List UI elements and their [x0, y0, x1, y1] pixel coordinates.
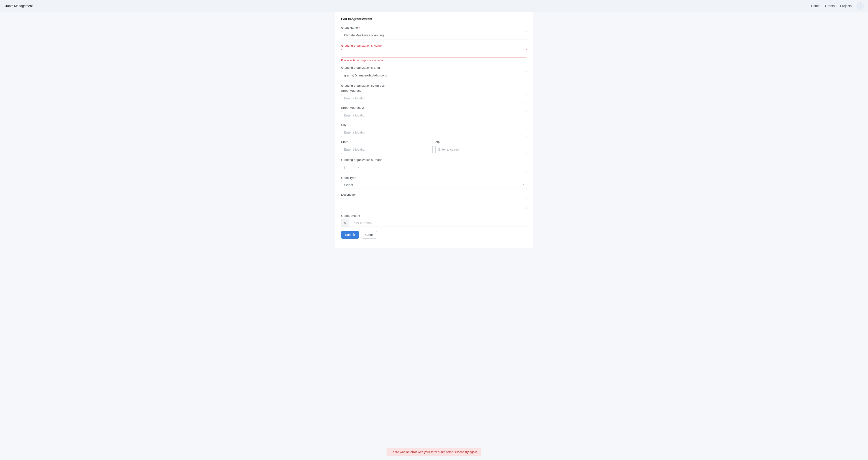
zip-input[interactable] — [435, 145, 527, 154]
grant-name-label-text: Grant Name — [341, 26, 358, 29]
description-textarea[interactable] — [341, 198, 527, 209]
submit-button[interactable]: Submit — [341, 231, 359, 239]
street2-input[interactable] — [341, 111, 527, 120]
org-phone-input[interactable] — [341, 163, 527, 172]
grant-name-group: Grant Name * — [341, 26, 527, 40]
clear-button[interactable]: Clear — [362, 231, 377, 239]
grant-amount-input[interactable] — [349, 219, 527, 227]
grant-type-label: Grant Type — [341, 176, 527, 179]
street2-label: Street Address 2 — [341, 106, 527, 109]
state-group: State — [341, 140, 433, 154]
nav-right: Home Grants Projects E — [811, 2, 864, 9]
nav-link-grants[interactable]: Grants — [825, 4, 835, 8]
description-label: Description — [341, 193, 527, 196]
zip-label: Zip — [435, 140, 527, 143]
org-name-group: Granting organization's Name Please ente… — [341, 44, 527, 62]
avatar[interactable]: E — [857, 2, 864, 9]
org-email-input[interactable] — [341, 71, 527, 80]
street1-group: Street Address — [341, 89, 527, 103]
city-input[interactable] — [341, 128, 527, 137]
state-label: State — [341, 140, 433, 143]
org-address-group: Granting organization's Address Street A… — [341, 84, 527, 154]
street1-label: Street Address — [341, 89, 527, 92]
description-group: Description — [341, 193, 527, 210]
org-name-input[interactable] — [341, 49, 527, 58]
street1-input[interactable] — [341, 94, 527, 103]
state-input[interactable] — [341, 145, 433, 154]
org-email-label: Granting organization's Email — [341, 66, 527, 69]
form-container: Edit Programs/Grant Grant Name * Grantin… — [335, 12, 533, 248]
required-star: * — [359, 26, 360, 29]
currency-input-group: $ — [341, 219, 527, 227]
grant-type-select[interactable]: Select... — [341, 181, 527, 189]
nav-link-home[interactable]: Home — [811, 4, 819, 8]
city-group: City — [341, 123, 527, 137]
org-name-label: Granting organization's Name — [341, 44, 527, 47]
grant-name-label: Grant Name * — [341, 26, 527, 29]
org-name-error: Please enter an organization name — [341, 59, 527, 62]
button-row: Submit Clear — [341, 231, 527, 239]
navbar: Grants Management Home Grants Projects E — [0, 0, 868, 12]
grant-type-group: Grant Type Select... — [341, 176, 527, 189]
grant-type-select-wrapper: Select... — [341, 181, 527, 189]
org-phone-group: Granting organization's Phone — [341, 158, 527, 172]
org-phone-label: Granting organization's Phone — [341, 158, 527, 162]
page-title: Edit Programs/Grant — [341, 17, 527, 21]
grant-name-input[interactable] — [341, 31, 527, 40]
state-zip-row: State Zip — [341, 140, 527, 154]
grant-amount-label: Grant Amount — [341, 214, 527, 218]
org-email-group: Granting organization's Email — [341, 66, 527, 80]
grant-amount-group: Grant Amount $ — [341, 214, 527, 227]
org-address-label: Granting organization's Address — [341, 84, 527, 87]
nav-link-projects[interactable]: Projects — [840, 4, 851, 8]
zip-group: Zip — [435, 140, 527, 154]
city-label: City — [341, 123, 527, 127]
street2-group: Street Address 2 — [341, 106, 527, 120]
nav-brand[interactable]: Grants Management — [4, 4, 33, 8]
currency-symbol: $ — [341, 219, 349, 227]
